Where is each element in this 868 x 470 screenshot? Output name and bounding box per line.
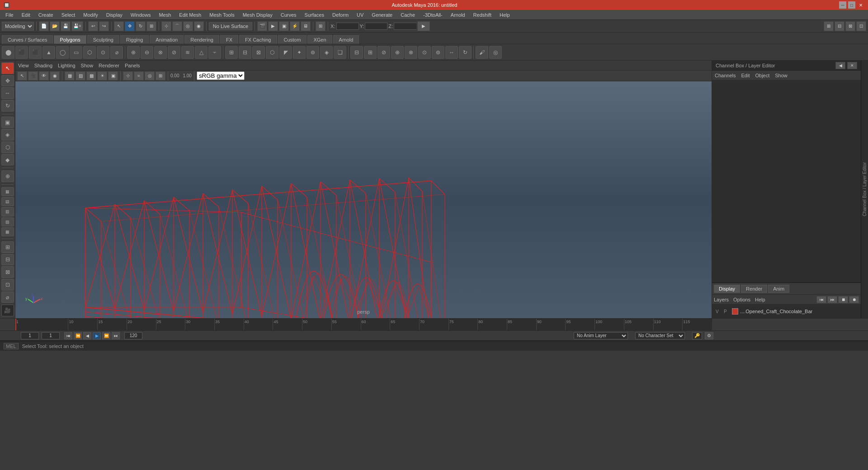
redo-button[interactable]: ↪: [99, 21, 109, 31]
maximize-button[interactable]: □: [848, 1, 855, 9]
ipr-render-button[interactable]: ⚡: [290, 21, 300, 31]
auto-key-button[interactable]: 🔑: [692, 332, 702, 339]
display-tab[interactable]: Display: [714, 285, 740, 293]
vp-smooth-btn[interactable]: ▨: [75, 71, 85, 80]
menu-create[interactable]: Create: [35, 11, 57, 19]
pin-button[interactable]: ⊟: [1, 254, 14, 266]
object-menu[interactable]: Object: [755, 73, 769, 78]
edit-menu[interactable]: Edit: [741, 73, 750, 78]
tab-sculpting[interactable]: Sculpting: [87, 35, 119, 44]
move-lt-button[interactable]: ▣: [1, 117, 14, 128]
settings-button[interactable]: ⚙: [705, 332, 713, 339]
attribute-editor-sidebar[interactable]: Channel Box / Layer Editor: [861, 61, 868, 318]
shelf-torus[interactable]: ◯: [56, 46, 69, 59]
timeline-ruler[interactable]: 1101520253035404550556065707580859095100…: [15, 319, 712, 330]
options-menu[interactable]: Options: [733, 297, 750, 302]
right-panel-btn3[interactable]: ⊠: [845, 21, 855, 31]
select-tool-button[interactable]: ↖: [114, 21, 124, 31]
shelf-fill-hole[interactable]: ⊠: [252, 46, 265, 59]
snap-view-button[interactable]: ◉: [194, 21, 204, 31]
history-button[interactable]: ⊠: [1, 266, 14, 278]
right-panel-btn1[interactable]: ⊞: [824, 21, 834, 31]
layer-item[interactable]: V P ....Opened_Craft_Chocolate_Bar: [714, 306, 859, 316]
menu-edit-mesh[interactable]: Edit Mesh: [175, 11, 205, 19]
shelf-spin[interactable]: ↻: [459, 46, 472, 59]
shelf-bevel[interactable]: ⬡: [266, 46, 278, 59]
menu-select[interactable]: Select: [58, 11, 79, 19]
shelf-pipe[interactable]: ⊙: [97, 46, 109, 59]
menu-generate[interactable]: Generate: [368, 11, 396, 19]
rotate-tool-button[interactable]: ↻: [136, 21, 146, 31]
lasso-button[interactable]: ↔: [1, 87, 14, 99]
layer-anim-btn4[interactable]: ⏺: [849, 296, 859, 303]
menu-mesh-tools[interactable]: Mesh Tools: [206, 11, 238, 19]
shelf-insert-edge[interactable]: ⊟: [350, 46, 363, 59]
menu-surfaces[interactable]: Surfaces: [301, 11, 328, 19]
frame-end-input[interactable]: [124, 332, 142, 339]
vp-pick-btn[interactable]: ◉: [50, 71, 60, 80]
tab-fx-caching[interactable]: FX Caching: [239, 35, 277, 44]
shelf-helix[interactable]: ⌀: [110, 46, 123, 59]
play-forward-button[interactable]: ▶: [93, 332, 101, 339]
render-tab[interactable]: Render: [741, 285, 767, 293]
snap-grid-button[interactable]: ⊹: [161, 21, 171, 31]
snap-curve-button[interactable]: ⌒: [172, 21, 182, 31]
vp-quality-btn[interactable]: ⊹: [123, 71, 133, 80]
menu-modify[interactable]: Modify: [80, 11, 101, 19]
help-menu[interactable]: Help: [755, 297, 765, 302]
shelf-connect[interactable]: ⊕: [391, 46, 404, 59]
tab-rigging[interactable]: Rigging: [120, 35, 149, 44]
shelf-offset-edge[interactable]: ⊞: [364, 46, 377, 59]
shelf-extract[interactable]: ⊗: [154, 46, 167, 59]
shelf-smooth[interactable]: ≋: [181, 46, 194, 59]
right-panel-btn4[interactable]: ⊡: [856, 21, 866, 31]
menu-help[interactable]: Help: [496, 11, 514, 19]
menu-3dtoall[interactable]: -3DtoAll-: [420, 11, 446, 19]
menu-arnold[interactable]: Arnold: [447, 11, 469, 19]
go-to-end-button[interactable]: ⏭: [112, 332, 120, 339]
menu-cache[interactable]: Cache: [397, 11, 419, 19]
menu-edit[interactable]: Edit: [18, 11, 34, 19]
shelf-separate[interactable]: ⊖: [141, 46, 153, 59]
x-input[interactable]: [336, 23, 359, 30]
z-input[interactable]: [394, 23, 416, 30]
shelf-plane[interactable]: ▭: [70, 46, 82, 59]
shelf-append[interactable]: ◈: [320, 46, 333, 59]
camera-button[interactable]: 🎥: [1, 305, 14, 316]
layer-visible-toggle[interactable]: V: [716, 309, 722, 314]
shelf-paint-sel[interactable]: 🖌: [476, 46, 488, 59]
xyz-apply-button[interactable]: ▶: [417, 21, 430, 31]
render-view-button[interactable]: 🖥: [301, 21, 311, 31]
save-as-button[interactable]: 💾+: [71, 21, 83, 31]
open-file-button[interactable]: 📂: [50, 21, 60, 31]
shelf-disk[interactable]: ⬡: [83, 46, 96, 59]
shelf-sphere[interactable]: ⬤: [2, 46, 14, 59]
universal-lt-button[interactable]: ◆: [1, 154, 14, 166]
vertex-face-button[interactable]: ▩: [1, 227, 14, 236]
vp-light-btn[interactable]: ☀: [97, 71, 107, 80]
undo-button[interactable]: ↩: [88, 21, 98, 31]
menu-mesh-display[interactable]: Mesh Display: [239, 11, 276, 19]
face-button[interactable]: ▥: [1, 207, 14, 216]
vp-look-thru-btn[interactable]: 👁: [39, 71, 49, 80]
shelf-cube[interactable]: ⬛: [15, 46, 28, 59]
vp-shade-btn[interactable]: ▩: [86, 71, 96, 80]
right-panel-btn2[interactable]: ⊟: [835, 21, 844, 31]
layers-menu[interactable]: Layers: [714, 297, 729, 302]
menu-deform[interactable]: Deform: [329, 11, 352, 19]
uvmap-button[interactable]: ▨: [1, 217, 14, 226]
channels-menu[interactable]: Channels: [715, 73, 736, 78]
layer-playback-toggle[interactable]: P: [724, 309, 730, 314]
save-file-button[interactable]: 💾: [61, 21, 71, 31]
viewport-canvas[interactable]: x y z persp: [15, 81, 712, 318]
channel-box-close-btn[interactable]: ✕: [847, 62, 857, 69]
close-button[interactable]: ✕: [857, 1, 864, 9]
menu-mesh[interactable]: Mesh: [155, 11, 175, 19]
show-menu[interactable]: Show: [81, 63, 94, 68]
vertex-button[interactable]: ▦: [1, 187, 14, 196]
edge-button[interactable]: ▤: [1, 197, 14, 206]
shelf-cone[interactable]: ▲: [42, 46, 55, 59]
shelf-bridge[interactable]: ⊟: [239, 46, 251, 59]
menu-redshift[interactable]: Redshift: [470, 11, 495, 19]
play-back-button[interactable]: ◀: [83, 332, 91, 339]
